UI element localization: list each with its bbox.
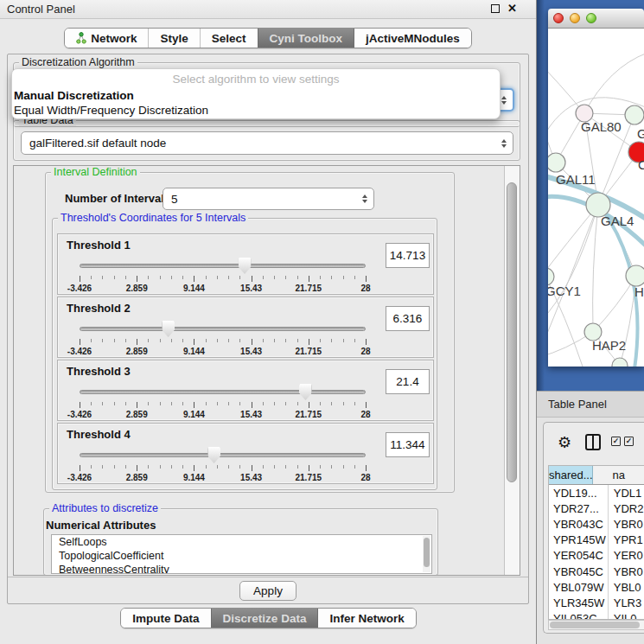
cell-shared-name[interactable]: YIL053C bbox=[549, 611, 609, 621]
cell-name[interactable]: YDL1 bbox=[609, 485, 644, 501]
attribute-item-topologicalcoefficient[interactable]: TopologicalCoefficient bbox=[52, 549, 431, 563]
cell-shared-name[interactable]: YBR045C bbox=[549, 564, 609, 579]
algorithm-option-equal-width-frequency-discretization[interactable]: Equal Width/Frequency Discretization bbox=[12, 103, 500, 118]
threshold-box-1: Threshold 1-3.4262.8599.14415.4321.71528… bbox=[57, 233, 434, 295]
threshold-slider[interactable]: -3.4262.8599.14415.4321.71528 bbox=[80, 446, 366, 482]
cell-name[interactable]: YBR0 bbox=[609, 564, 644, 579]
attribute-item-selfloops[interactable]: SelfLoops bbox=[52, 535, 431, 549]
table-row[interactable]: YDL19...YDL1 bbox=[549, 485, 644, 501]
table-row[interactable]: YER054CYER0 bbox=[549, 548, 644, 564]
network-window-titlebar[interactable] bbox=[548, 9, 644, 29]
tab-infer-network[interactable]: Infer Network bbox=[317, 609, 415, 628]
cell-shared-name[interactable]: YPR145W bbox=[549, 532, 609, 548]
checkbox-icon[interactable]: ✓ bbox=[611, 437, 621, 446]
apply-button[interactable]: Apply bbox=[239, 581, 296, 601]
slider-track[interactable] bbox=[80, 264, 366, 268]
slider-handle[interactable] bbox=[299, 384, 312, 400]
slider-ticks bbox=[80, 402, 366, 409]
slider-handle[interactable] bbox=[207, 447, 220, 463]
table-data-combobox[interactable]: galFiltered.sif default node bbox=[21, 131, 513, 155]
slider-handle[interactable] bbox=[239, 258, 252, 274]
table-row[interactable]: YBL079WYBL0 bbox=[549, 579, 644, 595]
cell-name[interactable]: YBL0 bbox=[609, 579, 644, 595]
node-label-c: C bbox=[638, 157, 644, 172]
cell-shared-name[interactable]: YLR345W bbox=[549, 595, 609, 610]
window-zoom-light-icon[interactable] bbox=[586, 13, 596, 23]
tab-cyni-toolbox[interactable]: Cyni Toolbox bbox=[258, 29, 354, 48]
tab-select[interactable]: Select bbox=[200, 29, 258, 48]
number-of-intervals-combobox[interactable]: 5 bbox=[163, 188, 374, 210]
tab-discretize-data[interactable]: Discretize Data bbox=[211, 609, 318, 628]
scrollbar-thumb[interactable] bbox=[550, 622, 640, 628]
node-label-ga: GA bbox=[637, 126, 644, 141]
threshold-slider[interactable]: -3.4262.8599.14415.4321.71528 bbox=[80, 320, 366, 356]
cell-name[interactable]: YLR3 bbox=[609, 595, 644, 610]
tab-jactivemnodules[interactable]: jActiveMNodules bbox=[354, 29, 471, 48]
tab-label: Network bbox=[91, 32, 137, 45]
network-canvas[interactable]: GAL80GACGAL11GAL4GCY1HHAP2 bbox=[548, 29, 644, 367]
cell-name[interactable]: YER0 bbox=[609, 548, 644, 564]
scrollbar-thumb[interactable] bbox=[507, 182, 517, 482]
attributes-list-scrollbar[interactable] bbox=[423, 536, 430, 572]
slider-track[interactable] bbox=[80, 453, 366, 457]
thresholds-group-label: Threshold's Coordinates for 5 Intervals bbox=[58, 212, 248, 224]
settings-vertical-scrollbar[interactable] bbox=[504, 166, 520, 575]
column-header-name[interactable]: na bbox=[593, 466, 644, 484]
attributes-group-label: Attributes to discretize bbox=[49, 502, 161, 514]
window-minimize-light-icon[interactable] bbox=[570, 13, 580, 23]
network-window[interactable]: GAL80GACGAL11GAL4GCY1HHAP2 bbox=[548, 9, 644, 367]
cell-shared-name[interactable]: YDL19... bbox=[549, 485, 609, 501]
window-close-light-icon[interactable] bbox=[553, 13, 564, 23]
table-row[interactable]: YLR345WYLR3 bbox=[549, 595, 644, 610]
network-node-gcy1[interactable] bbox=[548, 268, 554, 285]
checkbox-icon[interactable]: ✓ bbox=[624, 437, 634, 446]
network-node-ga[interactable] bbox=[625, 105, 644, 124]
close-icon[interactable]: ✕ bbox=[507, 3, 517, 14]
table-horizontal-scrollbar[interactable] bbox=[548, 620, 644, 630]
network-node-gal11[interactable] bbox=[548, 153, 565, 172]
gear-icon[interactable]: ⚙ bbox=[558, 433, 571, 452]
cyni-toolbox-panel: Discretization Algorithm Select algorith… bbox=[7, 54, 529, 604]
node-label-gcy1: GCY1 bbox=[548, 284, 581, 298]
table-row[interactable]: YIL053CYIL0 bbox=[549, 611, 644, 621]
tab-impute-data[interactable]: Impute Data bbox=[121, 609, 210, 628]
cell-shared-name[interactable]: YDR27... bbox=[549, 501, 609, 516]
threshold-value-field[interactable]: 21.4 bbox=[386, 369, 430, 394]
column-header-shared[interactable]: shared... bbox=[549, 466, 593, 484]
slider-track[interactable] bbox=[80, 390, 366, 394]
node-label-hap2: HAP2 bbox=[592, 338, 626, 353]
combo-arrows-icon bbox=[501, 96, 507, 105]
cell-name[interactable]: YPR1 bbox=[609, 532, 644, 548]
control-panel-titlebar: Control Panel ✕ bbox=[0, 0, 536, 19]
attribute-item-betweennesscentrality[interactable]: BetweennessCentrality bbox=[52, 563, 431, 574]
columns-icon[interactable] bbox=[585, 434, 601, 450]
slider-track[interactable] bbox=[80, 327, 366, 331]
threshold-value-field[interactable]: 6.316 bbox=[386, 306, 430, 331]
network-desktop-area: GAL80GACGAL11GAL4GCY1HHAP2 bbox=[537, 0, 644, 391]
threshold-value-field[interactable]: 14.713 bbox=[386, 243, 430, 268]
table-row[interactable]: YDR27...YDR2 bbox=[549, 501, 644, 516]
node-label-gal80: GAL80 bbox=[581, 119, 622, 134]
table-header-row: shared... na bbox=[549, 466, 644, 485]
table-row[interactable]: YBR043CYBR0 bbox=[549, 516, 644, 532]
tab-style[interactable]: Style bbox=[148, 29, 199, 48]
algorithm-dropdown-popup: Select algorithm to view settings Manual… bbox=[11, 68, 501, 119]
cell-name[interactable]: YIL0 bbox=[609, 611, 644, 621]
threshold-slider[interactable]: -3.4262.8599.14415.4321.71528 bbox=[80, 383, 366, 419]
threshold-value-field[interactable]: 11.344 bbox=[386, 432, 430, 457]
float-window-icon[interactable] bbox=[491, 4, 500, 13]
table-row[interactable]: YBR045CYBR0 bbox=[549, 564, 644, 579]
algorithm-option-manual-discretization[interactable]: Manual Discretization bbox=[12, 88, 500, 103]
cell-shared-name[interactable]: YER054C bbox=[549, 548, 609, 564]
cell-shared-name[interactable]: YBR043C bbox=[549, 516, 609, 532]
numerical-attributes-list[interactable]: SelfLoopsTopologicalCoefficientBetweenne… bbox=[51, 534, 432, 574]
cell-shared-name[interactable]: YBL079W bbox=[549, 579, 609, 595]
tab-label: jActiveMNodules bbox=[366, 32, 460, 45]
threshold-slider[interactable]: -3.4262.8599.14415.4321.71528 bbox=[80, 257, 366, 293]
tab-network[interactable]: Network bbox=[65, 29, 148, 48]
cell-name[interactable]: YBR0 bbox=[609, 516, 644, 532]
network-node-h[interactable] bbox=[626, 265, 644, 286]
cell-name[interactable]: YDR2 bbox=[609, 501, 644, 516]
table-row[interactable]: YPR145WYPR1 bbox=[549, 532, 644, 548]
slider-handle[interactable] bbox=[162, 321, 175, 337]
